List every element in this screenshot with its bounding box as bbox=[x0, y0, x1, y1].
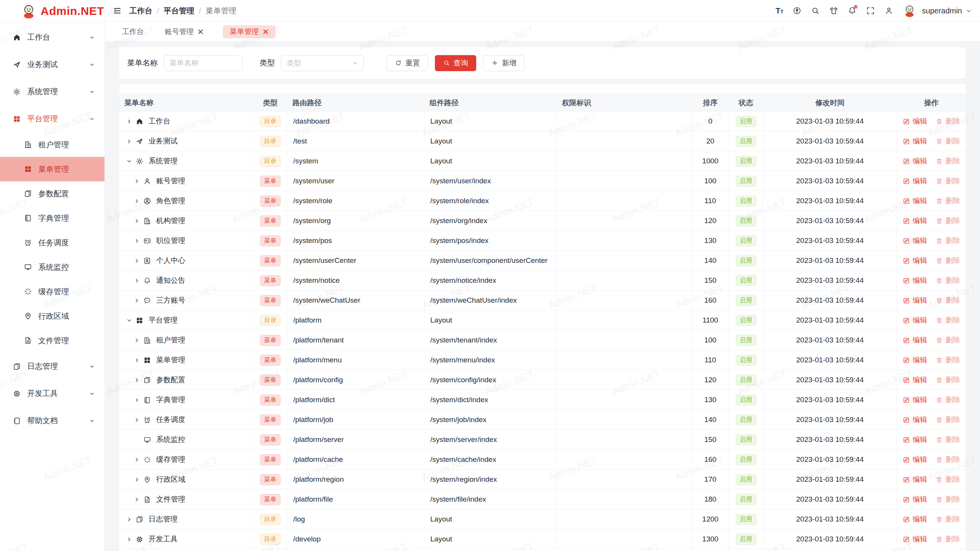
sidebar-item-业务测试[interactable]: 业务测试 bbox=[0, 51, 105, 78]
edit-button[interactable]: 编辑 bbox=[903, 534, 927, 544]
edit-button[interactable]: 编辑 bbox=[903, 335, 927, 345]
tab-account[interactable]: 账号管理 bbox=[163, 25, 205, 38]
edit-button[interactable]: 编辑 bbox=[903, 514, 927, 524]
font-size-icon[interactable]: TT bbox=[776, 7, 783, 15]
theme-tshirt-icon[interactable] bbox=[829, 6, 838, 15]
sidebar-item-文件管理[interactable]: 文件管理 bbox=[0, 328, 105, 353]
expand-arrow-icon[interactable] bbox=[134, 298, 139, 303]
delete-button[interactable]: 删除 bbox=[936, 196, 960, 206]
expand-arrow-icon[interactable] bbox=[134, 457, 139, 462]
fullscreen-icon[interactable] bbox=[866, 6, 875, 15]
edit-button[interactable]: 编辑 bbox=[903, 276, 927, 285]
expand-arrow-icon[interactable] bbox=[134, 218, 139, 223]
edit-button[interactable]: 编辑 bbox=[903, 315, 927, 325]
delete-button[interactable]: 删除 bbox=[936, 176, 960, 186]
sidebar-item-系统监控[interactable]: 系统监控 bbox=[0, 255, 105, 279]
sidebar-item-日志管理[interactable]: 日志管理 bbox=[0, 353, 105, 380]
edit-button[interactable]: 编辑 bbox=[903, 136, 927, 146]
type-select[interactable]: 类型 bbox=[281, 55, 364, 71]
expand-arrow-icon[interactable] bbox=[134, 397, 139, 403]
expand-arrow-icon[interactable] bbox=[126, 139, 132, 144]
edit-button[interactable]: 编辑 bbox=[903, 455, 927, 465]
delete-button[interactable]: 删除 bbox=[936, 295, 960, 305]
edit-button[interactable]: 编辑 bbox=[903, 415, 927, 425]
edit-button[interactable]: 编辑 bbox=[903, 176, 927, 186]
delete-button[interactable]: 删除 bbox=[936, 375, 960, 385]
sidebar-item-缓存管理[interactable]: 缓存管理 bbox=[0, 279, 105, 304]
layout-config-icon[interactable] bbox=[792, 6, 802, 15]
delete-button[interactable]: 删除 bbox=[936, 494, 960, 504]
delete-button[interactable]: 删除 bbox=[936, 514, 960, 524]
sidebar-item-工作台[interactable]: 工作台 bbox=[0, 24, 105, 51]
collapse-menu-icon[interactable] bbox=[113, 6, 122, 15]
menu-name-input[interactable] bbox=[164, 55, 243, 71]
expand-arrow-icon[interactable] bbox=[134, 377, 139, 383]
sidebar-item-租户管理[interactable]: 租户管理 bbox=[0, 132, 105, 157]
delete-button[interactable]: 删除 bbox=[936, 256, 960, 266]
user-menu[interactable]: superadmin bbox=[903, 4, 972, 18]
expand-arrow-icon[interactable] bbox=[134, 258, 139, 263]
search-icon[interactable] bbox=[811, 6, 820, 15]
expand-arrow-icon[interactable] bbox=[134, 238, 139, 243]
expand-arrow-icon[interactable] bbox=[134, 178, 139, 184]
sidebar-item-行政区域[interactable]: 行政区域 bbox=[0, 304, 105, 328]
delete-button[interactable]: 删除 bbox=[936, 455, 960, 465]
sidebar-item-帮助文档[interactable]: 帮助文档 bbox=[0, 407, 105, 434]
close-icon[interactable] bbox=[263, 29, 269, 35]
delete-button[interactable]: 删除 bbox=[936, 534, 960, 544]
expand-arrow-icon[interactable] bbox=[126, 536, 132, 542]
delete-button[interactable]: 删除 bbox=[936, 276, 960, 285]
edit-button[interactable]: 编辑 bbox=[903, 474, 927, 484]
delete-button[interactable]: 删除 bbox=[936, 156, 960, 166]
breadcrumb-workbench[interactable]: 工作台 bbox=[129, 6, 152, 16]
sidebar-item-菜单管理[interactable]: 菜单管理 bbox=[0, 157, 105, 181]
delete-button[interactable]: 删除 bbox=[936, 435, 960, 445]
edit-button[interactable]: 编辑 bbox=[903, 116, 927, 126]
edit-button[interactable]: 编辑 bbox=[903, 295, 927, 305]
expand-arrow-icon[interactable] bbox=[126, 517, 132, 522]
delete-button[interactable]: 删除 bbox=[936, 335, 960, 345]
close-icon[interactable] bbox=[198, 29, 204, 35]
expand-arrow-icon[interactable] bbox=[126, 158, 132, 164]
edit-button[interactable]: 编辑 bbox=[903, 156, 927, 166]
edit-button[interactable]: 编辑 bbox=[903, 494, 927, 504]
delete-button[interactable]: 删除 bbox=[936, 136, 960, 146]
reset-button[interactable]: 重置 bbox=[387, 55, 428, 71]
expand-arrow-icon[interactable] bbox=[134, 477, 139, 482]
edit-button[interactable]: 编辑 bbox=[903, 435, 927, 445]
tab-workbench[interactable]: 工作台 bbox=[121, 25, 145, 38]
user-icon[interactable] bbox=[884, 6, 893, 15]
search-button[interactable]: 查询 bbox=[435, 55, 476, 71]
breadcrumb-platform[interactable]: 平台管理 bbox=[164, 6, 194, 16]
expand-arrow-icon[interactable] bbox=[134, 198, 139, 204]
add-button[interactable]: 新增 bbox=[483, 55, 524, 71]
delete-button[interactable]: 删除 bbox=[936, 116, 960, 126]
edit-button[interactable]: 编辑 bbox=[903, 256, 927, 266]
delete-button[interactable]: 删除 bbox=[936, 395, 960, 405]
edit-button[interactable]: 编辑 bbox=[903, 375, 927, 385]
expand-arrow-icon[interactable] bbox=[134, 357, 139, 363]
expand-arrow-icon[interactable] bbox=[134, 417, 139, 422]
sidebar-item-开发工具[interactable]: 开发工具 bbox=[0, 380, 105, 407]
sidebar-item-字典管理[interactable]: 字典管理 bbox=[0, 206, 105, 230]
delete-button[interactable]: 删除 bbox=[936, 236, 960, 246]
expand-arrow-icon[interactable] bbox=[134, 278, 139, 283]
delete-button[interactable]: 删除 bbox=[936, 415, 960, 425]
delete-button[interactable]: 删除 bbox=[936, 355, 960, 365]
edit-button[interactable]: 编辑 bbox=[903, 196, 927, 206]
delete-button[interactable]: 删除 bbox=[936, 216, 960, 226]
sidebar-item-任务调度[interactable]: 任务调度 bbox=[0, 230, 105, 255]
edit-button[interactable]: 编辑 bbox=[903, 355, 927, 365]
edit-button[interactable]: 编辑 bbox=[903, 216, 927, 226]
sidebar-item-系统管理[interactable]: 系统管理 bbox=[0, 78, 105, 105]
expand-arrow-icon[interactable] bbox=[134, 497, 139, 502]
delete-button[interactable]: 删除 bbox=[936, 315, 960, 325]
sidebar-item-参数配置[interactable]: 参数配置 bbox=[0, 181, 105, 206]
edit-button[interactable]: 编辑 bbox=[903, 236, 927, 246]
delete-button[interactable]: 删除 bbox=[936, 474, 960, 484]
notification-bell-icon[interactable] bbox=[848, 6, 857, 15]
edit-button[interactable]: 编辑 bbox=[903, 395, 927, 405]
sidebar-item-平台管理[interactable]: 平台管理 bbox=[0, 105, 105, 132]
expand-arrow-icon[interactable] bbox=[134, 337, 139, 343]
expand-arrow-icon[interactable] bbox=[126, 119, 132, 124]
